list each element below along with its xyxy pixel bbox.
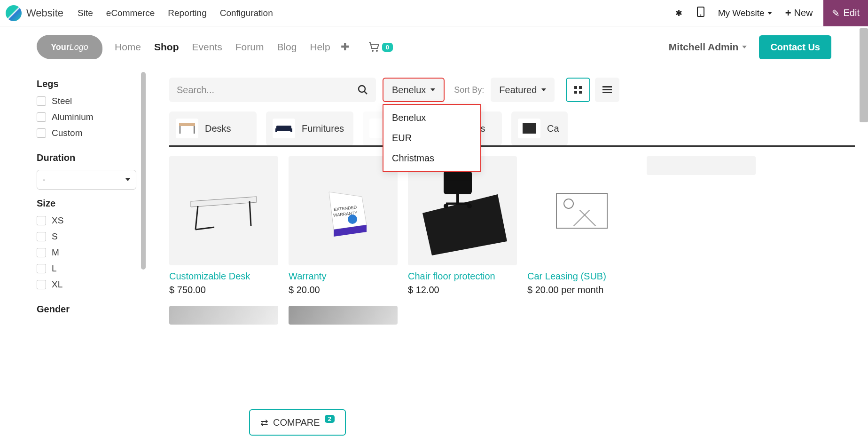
list-view-button[interactable] (595, 78, 619, 102)
page-scrollbar[interactable] (860, 28, 868, 122)
products-grid: Customizable Desk $ 750.00 EXTENDEDWARRA… (169, 156, 855, 325)
site-nav: Home Shop Events Forum Blog Help (115, 41, 330, 53)
nav-help[interactable]: Help (310, 41, 330, 53)
nav-events[interactable]: Events (192, 41, 222, 53)
sort-dropdown[interactable]: Featured (491, 78, 555, 102)
filter-size-s[interactable]: S (37, 231, 136, 242)
product-card: Car Leasing (SUB) $ 20.00 per month (527, 156, 636, 295)
svg-rect-9 (579, 91, 582, 94)
admin-menu-ecommerce[interactable]: eCommerce (106, 8, 155, 18)
svg-rect-11 (602, 89, 612, 90)
checkbox-icon (37, 264, 46, 273)
cart-icon (368, 42, 380, 52)
svg-point-31 (348, 215, 357, 224)
nav-forum[interactable]: Forum (235, 41, 264, 53)
grid-view-button[interactable] (566, 78, 590, 102)
admin-menu-reporting[interactable]: Reporting (168, 8, 206, 18)
search-icon (357, 84, 368, 95)
edit-button[interactable]: ✎ Edit (823, 0, 868, 26)
filter-size-l[interactable]: L (37, 263, 136, 274)
svg-point-4 (359, 86, 365, 92)
filter-legs-steel[interactable]: Steel (37, 96, 136, 106)
svg-rect-22 (523, 123, 536, 134)
category-thumb (176, 119, 198, 138)
product-image[interactable] (289, 306, 398, 325)
svg-line-24 (195, 206, 198, 230)
product-image[interactable]: EXTENDEDWARRANTY (289, 156, 398, 265)
filter-legs-aluminium[interactable]: Aluminium (37, 112, 136, 122)
pencil-icon: ✎ (832, 8, 840, 19)
search-input[interactable] (177, 85, 357, 95)
cart-button[interactable]: 0 (368, 42, 393, 52)
checkbox-icon (37, 96, 46, 106)
add-page-button[interactable]: ✚ (341, 41, 349, 53)
pricelist-option-benelux[interactable]: Benelux (383, 108, 480, 128)
filters-sidebar: Legs Steel Aluminium Custom Duration - S… (0, 68, 146, 325)
product-name[interactable]: Chair floor protection (408, 271, 517, 282)
chevron-down-icon (430, 88, 435, 91)
svg-rect-16 (276, 126, 291, 131)
cart-count-badge: 0 (382, 43, 393, 52)
category-furnitures[interactable]: Furnitures (266, 111, 353, 145)
svg-rect-8 (574, 91, 577, 94)
filter-gender-title: Gender (37, 304, 136, 315)
nav-home[interactable]: Home (115, 41, 141, 53)
category-label: Furnitures (302, 123, 344, 134)
contact-label: Contact Us (770, 42, 820, 52)
bug-icon[interactable]: ✱ (671, 8, 687, 18)
svg-rect-17 (275, 128, 277, 132)
product-name[interactable]: Customizable Desk (169, 271, 278, 282)
product-image[interactable] (169, 156, 278, 265)
product-price: $ 20.00 (289, 285, 398, 295)
site-logo-text: YourLogo (51, 42, 88, 52)
view-switcher (566, 78, 619, 102)
filter-size-m[interactable]: M (37, 247, 136, 258)
user-dropdown[interactable]: Mitchell Admin (669, 41, 747, 53)
admin-menu-site[interactable]: Site (78, 8, 93, 18)
edit-label: Edit (844, 8, 860, 18)
pricelist-option-christmas[interactable]: Christmas (383, 148, 480, 168)
product-image[interactable] (169, 306, 278, 325)
new-button[interactable]: + New (785, 7, 813, 19)
sort-by-label: Sort By: (454, 85, 484, 95)
site-logo[interactable]: YourLogo (37, 35, 102, 59)
product-card (289, 306, 398, 325)
filter-legs-custom[interactable]: Custom (37, 128, 136, 138)
nav-shop[interactable]: Shop (154, 41, 179, 53)
site-header: YourLogo Home Shop Events Forum Blog Hel… (0, 26, 868, 68)
product-name[interactable]: Car Leasing (SUB) (527, 271, 636, 282)
my-website-dropdown[interactable]: My Website (718, 8, 772, 18)
nav-blog[interactable]: Blog (277, 41, 297, 53)
shop-toolbar: Benelux Benelux EUR Christmas Sort By: F… (169, 78, 855, 102)
pricelist-option-eur[interactable]: EUR (383, 128, 480, 148)
product-card (647, 156, 756, 295)
sidebar-scrollbar[interactable] (141, 72, 146, 270)
admin-menu-configuration[interactable]: Configuration (220, 8, 273, 18)
pricelist-selected: Benelux (392, 85, 426, 95)
product-price: $ 750.00 (169, 285, 278, 295)
mobile-preview-icon[interactable] (693, 7, 709, 19)
contact-us-button[interactable]: Contact Us (759, 35, 831, 59)
chevron-down-icon (541, 88, 546, 91)
product-image[interactable] (647, 156, 756, 175)
product-image[interactable] (408, 156, 517, 265)
filter-size-xs[interactable]: XS (37, 215, 136, 226)
filter-size-xl[interactable]: XL (37, 279, 136, 290)
category-cabinets-partial[interactable]: Ca (511, 111, 568, 145)
svg-rect-12 (602, 92, 612, 93)
checkbox-icon (37, 112, 46, 122)
svg-marker-23 (191, 197, 257, 207)
svg-rect-7 (579, 86, 582, 89)
svg-line-5 (364, 91, 367, 94)
pricelist-dropdown[interactable]: Benelux Benelux EUR Christmas (383, 78, 445, 102)
category-label: Desks (205, 123, 231, 134)
product-image[interactable] (527, 156, 636, 265)
duration-select[interactable]: - (37, 170, 136, 190)
product-name[interactable]: Warranty (289, 271, 398, 282)
search-box[interactable] (169, 78, 376, 102)
product-price: $ 12.00 (408, 285, 517, 295)
category-desks[interactable]: Desks (169, 111, 257, 145)
product-card: Customizable Desk $ 750.00 (169, 156, 278, 295)
plus-icon: + (785, 7, 791, 19)
user-name: Mitchell Admin (669, 41, 739, 53)
